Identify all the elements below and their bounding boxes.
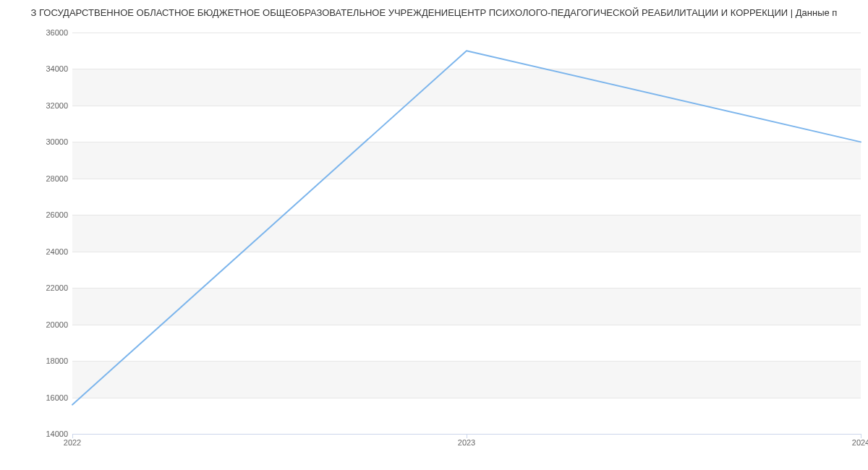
x-tick-label: 2022 (64, 439, 81, 447)
line-series (72, 33, 861, 434)
y-tick-label: 20000 (3, 320, 68, 328)
y-tick-label: 22000 (3, 284, 68, 292)
y-tick-label: 24000 (3, 247, 68, 255)
y-tick-label: 32000 (3, 101, 68, 109)
y-tick-label: 18000 (3, 357, 68, 365)
y-tick-label: 26000 (3, 211, 68, 219)
chart-container: З ГОСУДАРСТВЕННОЕ ОБЛАСТНОЕ БЮДЖЕТНОЕ ОБ… (0, 0, 868, 470)
x-tick-label: 2024 (852, 439, 868, 447)
plot-area (72, 33, 861, 434)
y-tick-label: 36000 (3, 29, 68, 37)
y-tick-label: 28000 (3, 174, 68, 182)
chart-title: З ГОСУДАРСТВЕННОЕ ОБЛАСТНОЕ БЮДЖЕТНОЕ ОБ… (0, 7, 868, 18)
y-tick-label: 30000 (3, 138, 68, 146)
y-tick-label: 34000 (3, 65, 68, 73)
x-tick-label: 2023 (458, 439, 475, 447)
y-tick-label: 16000 (3, 393, 68, 401)
y-tick-label: 14000 (3, 430, 68, 438)
